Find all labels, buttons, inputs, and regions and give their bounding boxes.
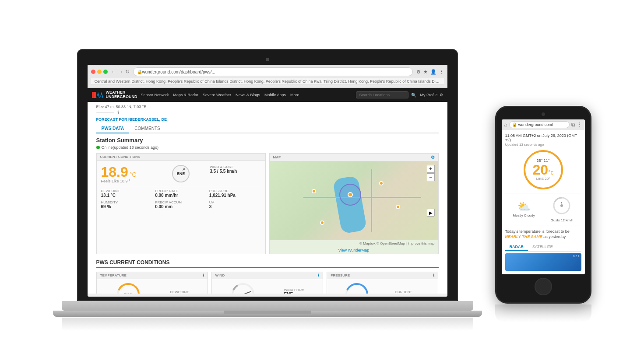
tab-satellite[interactable]: SATELLITE [528,243,557,251]
pws-wind-from: WIND FROM ENE 29.5 [284,288,304,294]
bookmark-icon: ★ [423,69,428,75]
minimize-button[interactable] [97,70,102,74]
pws-card-pressure-body: CURRENT 1,021.91 hPa [327,279,438,294]
browser-chrome: ← → ↻ 🔒 wunderground.com/dashboard/pws/.… [88,65,447,88]
map-zoom-out[interactable]: − [427,173,435,181]
phone: ⌂ 🔒 wunderground.com/ ⧉ ⋮ 11:08 AM GMT+2… [495,106,591,322]
svg-text:18.9: 18.9 [124,292,133,294]
phone-weather-row: ⛅ Mostly Cloudy 1 Gusts 12 km/h [505,193,581,225]
search-input[interactable] [356,91,408,98]
temperature-display: 18.9 °C Feels Like 18.9 ° [101,165,152,183]
nav-sensor-network[interactable]: Sensor Network [141,93,169,97]
settings-icon[interactable]: ⚙ [440,93,443,97]
feels-like: Feels Like 18.9 ° [101,179,152,183]
search-icon[interactable]: 🔍 [411,93,416,98]
phone-weather-icon: ⛅ Mostly Cloudy [513,200,535,217]
account-icon: 👤 [430,69,436,75]
temp-main: 18.9 [101,164,128,180]
wind-dir: ENE [177,172,185,176]
menu-icon: ⋮ [439,69,444,75]
elevation-text: Elev 47 m, 50.83 °N, 7.03 °E [96,105,439,109]
temp-circle-inner: 25° 11° 20°c LIKE 20° [532,158,553,181]
wu-logo-text: WEATHER UNDERGROUND [106,91,137,99]
map-settings-icon[interactable]: ⚙ [431,155,435,160]
phone-camera [542,112,545,116]
laptop-camera [266,58,269,61]
phone-content: 11:08 AM GMT+2 on July 26, 2020 (GMT +2)… [502,130,585,274]
pressure-item: PRESSURE 1,021.91 hPa [209,189,261,198]
section-title: Station Summary [96,137,439,144]
phone-time: 11:08 AM GMT+2 on July 26, 2020 (GMT +2) [505,133,581,142]
phone-home-icon[interactable]: ⌂ [504,122,507,128]
temp-circle-outer: 25° 11° 20°c LIKE 20° [524,150,563,189]
phone-forecast-text: Today's temperature is forecast to be NE… [505,229,581,240]
view-wundermap-link[interactable]: View WunderMap [270,247,438,254]
tab-comments[interactable]: COMMENTS [129,124,165,133]
wu-profile[interactable]: My Profile ⚙ [420,93,443,97]
pws-wind-label: WIND [215,273,225,277]
wu-site: WEATHER UNDERGROUND Sensor Network Maps … [88,88,447,294]
browser-toolbar-icons: ⚙ ★ 👤 ⋮ [416,69,444,75]
temperature-gauge-svg: 18.9 [115,281,141,294]
forward-arrow[interactable]: → [118,69,123,75]
current-conditions-box: CURRENT CONDITIONS 18.9 °C Feels Like 18… [96,153,266,254]
laptop-screen-outer: ← → ↻ 🔒 wunderground.com/dashboard/pws/.… [77,49,458,301]
weather-desc: Mostly Cloudy [513,214,535,217]
pws-dewpoint-label: DEWPOINT [170,290,189,294]
map-marker-2 [379,181,384,186]
refresh-button[interactable]: ↻ [125,69,130,75]
tab-radar[interactable]: RADAR [505,243,528,251]
pws-card-pressure-header: PRESSURE ℹ [327,272,438,279]
uv-label: UV [209,200,261,204]
phone-tabs-icon[interactable]: ⧉ [571,122,575,128]
precip-rate-label: PRECIP RATE [155,189,207,193]
maximize-button[interactable] [103,70,108,74]
laptop: ← → ↻ 🔒 wunderground.com/dashboard/pws/.… [53,49,482,331]
cloud-sun-icon: ⛅ [513,200,535,213]
wind-gauge-svg [230,281,256,294]
laptop-base [62,301,473,311]
close-button[interactable] [91,70,95,74]
wu-logo-icon [92,90,104,100]
map-zoom-in[interactable]: + [427,165,435,173]
map-station-marker [348,192,353,197]
humidity-label: HUMIDITY [101,200,153,204]
phone-address-bar[interactable]: 🔒 wunderground.com/ [509,121,570,128]
svg-point-14 [560,204,563,207]
nav-mobile-apps[interactable]: Mobile Apps [264,93,286,97]
temp-current-display: 20°c [532,163,553,177]
tab-pws-data[interactable]: PWS DATA [96,124,130,133]
precip-rate-val: 0.00 mm/hr [155,193,207,198]
dewpoint-label: DEWPOINT [101,189,153,193]
temp-symbol: °c [548,169,554,176]
phone-overflow-icon[interactable]: ⋮ [577,122,582,128]
conditions-extra: DEWPOINT 13.1 °C PRECIP RATE 0.00 mm/hr [101,187,261,209]
browser-nav: ← → ↻ [111,69,130,75]
nav-maps-radar[interactable]: Maps & Radar [173,93,199,97]
nav-more[interactable]: More [290,93,299,97]
wind-gust-val: 3.5 / 5.5 km/h [210,169,260,174]
nav-news-blogs[interactable]: News & Blogs [236,93,260,97]
compass-circle: ENE ↗ [172,165,190,182]
profile-label: My Profile [420,93,437,97]
phone-menu-icons: ⧉ ⋮ [571,122,582,128]
back-arrow[interactable]: ← [111,69,116,75]
address-bar[interactable]: 🔒 wunderground.com/dashboard/pws/... [133,67,413,76]
svg-rect-1 [94,92,96,98]
svg-point-10 [346,284,367,294]
phone-home-button[interactable] [535,278,552,295]
map-road-h [303,197,422,198]
precip-accum-val: 0.00 mm [155,204,207,209]
pws-card-temp-body: 18.9 DEWPOINT 13.1 11 [97,279,208,294]
nav-severe-weather[interactable]: Severe Weather [203,93,231,97]
map-box-header: MAP ⚙ [270,154,438,161]
conditions-map-grid: CURRENT CONDITIONS 18.9 °C Feels Like 18… [96,153,439,254]
pws-card-wind-header: WIND ℹ [212,272,323,279]
map-play-button[interactable]: ▶ [427,209,435,217]
bookmarks-text: Central and Western District, Hong Kong,… [95,79,444,84]
humidity-item: HUMIDITY 69 % [101,200,153,209]
uv-item: UV 3 [209,200,261,209]
pws-temp-label: TEMPERATURE [100,273,127,277]
map-marker-1 [312,189,316,193]
laptop-reflection [62,318,473,331]
